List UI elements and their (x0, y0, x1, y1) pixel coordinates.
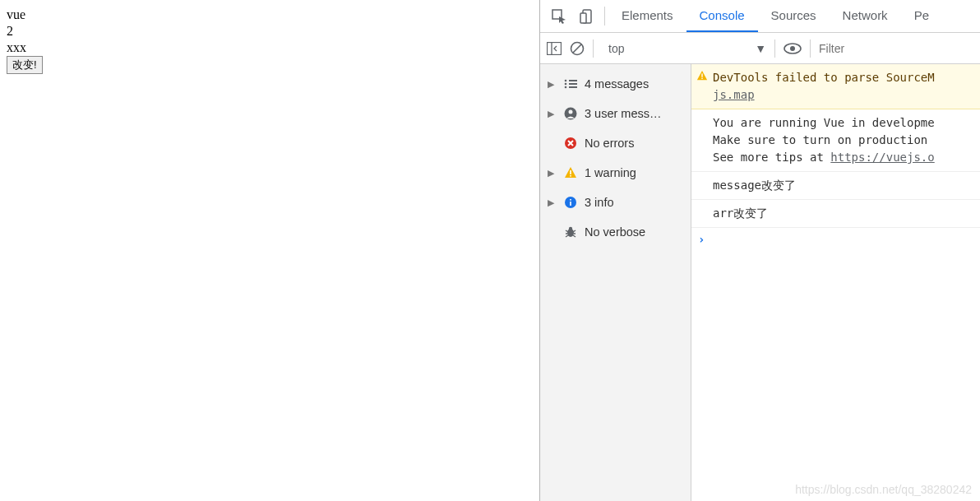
warning-icon (562, 166, 580, 179)
sidebar-label: 1 warning (585, 166, 636, 179)
svg-line-25 (566, 230, 568, 232)
svg-point-16 (569, 110, 573, 114)
page-text-line-2: 2 (7, 23, 533, 39)
console-prompt[interactable]: › (691, 228, 980, 251)
console-log-message: arr改变了 (691, 200, 980, 228)
svg-point-10 (565, 83, 567, 86)
svg-rect-19 (570, 175, 571, 177)
bug-icon (562, 225, 580, 239)
device-toolbar-icon[interactable] (573, 0, 601, 32)
tab-console[interactable]: Console (686, 0, 758, 32)
toolbar-separator-2 (774, 39, 775, 58)
svg-point-9 (565, 80, 567, 82)
sidebar-item-verbose[interactable]: ▶ No verbose (540, 217, 691, 247)
tab-sources[interactable]: Sources (758, 0, 830, 32)
vuejs-link[interactable]: https://vuejs.o (830, 151, 934, 164)
expand-triangle-icon: ▶ (545, 79, 557, 90)
svg-point-24 (569, 227, 572, 230)
sidebar-label: No verbose (585, 225, 645, 239)
list-icon (562, 79, 580, 89)
svg-rect-21 (570, 202, 571, 206)
sidebar-toggle-icon[interactable] (547, 42, 562, 55)
svg-rect-18 (570, 170, 571, 174)
svg-rect-2 (580, 13, 586, 23)
context-label: top (608, 42, 624, 55)
context-selector[interactable]: top ▼ (602, 42, 766, 55)
filter-input[interactable] (819, 42, 973, 55)
svg-rect-32 (701, 78, 702, 79)
console-toolbar: top ▼ (540, 33, 980, 64)
expand-triangle-icon: ▶ (545, 197, 557, 208)
sourcemap-link[interactable]: js.map (713, 88, 755, 101)
devtools-pane: Elements Console Sources Network Pe top … (540, 0, 980, 501)
sidebar-item-warnings[interactable]: ▶ 1 warning (540, 158, 691, 188)
console-log-message: message改变了 (691, 172, 980, 200)
page-viewport: vue 2 xxx 改变! (0, 0, 540, 501)
svg-point-8 (790, 46, 795, 51)
devtools-tabbar: Elements Console Sources Network Pe (540, 0, 980, 33)
console-warning-message: DevTools failed to parse SourceM js.map (691, 64, 980, 109)
svg-line-26 (573, 230, 576, 232)
sidebar-item-user-messages[interactable]: ▶ 3 user mess… (540, 99, 691, 128)
sidebar-label: 3 info (585, 196, 613, 209)
vue-dev-line-2: Make sure to turn on production (713, 133, 927, 146)
user-icon (562, 107, 580, 120)
chevron-down-icon: ▼ (755, 42, 766, 55)
spacer: ▶ (545, 138, 557, 149)
error-icon (562, 137, 580, 150)
tab-performance-partial[interactable]: Pe (901, 0, 929, 32)
spacer: ▶ (545, 227, 557, 238)
svg-line-29 (566, 235, 568, 237)
toolbar-separator (593, 39, 594, 58)
page-text-line-1: vue (7, 7, 533, 23)
svg-rect-22 (570, 199, 571, 201)
svg-point-11 (565, 86, 567, 89)
sidebar-item-errors[interactable]: ▶ No errors (540, 128, 691, 158)
info-icon (562, 196, 580, 209)
console-info-message: You are running Vue in developme Make su… (691, 109, 980, 172)
vue-dev-line-3-pre: See more tips at (713, 151, 830, 164)
watermark-text: https://blog.csdn.net/qq_38280242 (795, 483, 972, 496)
clear-console-icon[interactable] (570, 41, 585, 56)
tab-network[interactable]: Network (830, 0, 901, 32)
svg-line-6 (573, 44, 581, 53)
console-body: ▶ 4 messages ▶ 3 user mess… ▶ No errors (540, 64, 980, 501)
page-text-line-3: xxx (7, 39, 533, 56)
sidebar-label: No errors (585, 137, 634, 150)
sidebar-label: 3 user mess… (585, 107, 661, 120)
live-expression-icon[interactable] (784, 43, 802, 54)
svg-line-30 (573, 235, 576, 237)
toolbar-separator-3 (810, 39, 811, 58)
sidebar-label: 4 messages (585, 77, 649, 90)
warning-icon (696, 70, 708, 81)
warning-text: DevTools failed to parse SourceM (713, 71, 935, 84)
change-button[interactable]: 改变! (7, 56, 43, 74)
tabbar-separator (604, 7, 605, 26)
tab-elements[interactable]: Elements (608, 0, 686, 32)
console-output: DevTools failed to parse SourceM js.map … (691, 64, 980, 501)
vue-dev-line-1: You are running Vue in developme (713, 116, 935, 129)
sidebar-item-messages[interactable]: ▶ 4 messages (540, 69, 691, 99)
sidebar-item-info[interactable]: ▶ 3 info (540, 188, 691, 217)
console-sidebar: ▶ 4 messages ▶ 3 user mess… ▶ No errors (540, 64, 691, 501)
expand-triangle-icon: ▶ (545, 168, 557, 179)
svg-rect-31 (701, 73, 702, 77)
expand-triangle-icon: ▶ (545, 109, 557, 119)
inspect-element-icon[interactable] (545, 0, 573, 32)
